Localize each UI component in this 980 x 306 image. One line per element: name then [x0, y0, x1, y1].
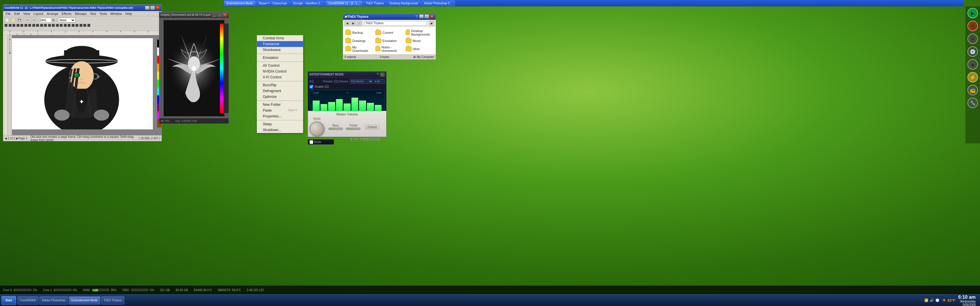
eq-bar-2k[interactable]	[352, 98, 358, 112]
drive-icon[interactable]: 💿	[967, 46, 978, 57]
media-player-icon[interactable]: ▶	[967, 8, 978, 18]
truex-forward[interactable]: ▶	[351, 21, 356, 26]
mode-select[interactable]: None	[58, 18, 76, 22]
default-button[interactable]: Default	[365, 124, 379, 129]
eq-bar-4k[interactable]	[359, 100, 366, 112]
truex-go[interactable]: ▶	[429, 21, 434, 26]
tool-freehand[interactable]: ✏	[8, 43, 11, 45]
ctx-emulation[interactable]: Emulation	[257, 55, 303, 60]
mode-toggle[interactable]: Mode	[308, 139, 334, 144]
taskbar-item-skype[interactable]: Skype™ - ChaosJuan	[256, 1, 290, 6]
taskbar-item-photoshop[interactable]: Adobe Photoshop C...	[421, 1, 455, 6]
folder-my-downloads[interactable]: My Downloads	[344, 44, 374, 53]
ctx-properties[interactable]: Properties...	[257, 113, 303, 119]
ent-presets-select[interactable]: EQ Device	[350, 79, 373, 84]
ctx-shockwave[interactable]: Shockwave	[257, 47, 303, 53]
folder-backup[interactable]: Backup	[344, 28, 374, 37]
ctx-optimize[interactable]: Optimize	[257, 94, 303, 100]
tb-undo[interactable]: ↩	[25, 17, 30, 23]
ent-help[interactable]: ?	[376, 73, 379, 77]
zoom-input[interactable]	[40, 18, 51, 22]
ctx-new-folder[interactable]: New Folder	[257, 102, 303, 108]
ctx-sleep[interactable]: Sleep	[257, 121, 303, 127]
tool-select[interactable]: ⬚	[8, 36, 11, 38]
menu-edit[interactable]: Edit	[13, 12, 21, 16]
menu-text[interactable]: Text	[89, 12, 97, 16]
ent-value-input[interactable]	[374, 79, 385, 84]
tb-redo[interactable]: ↪	[31, 17, 37, 23]
ent-close[interactable]: ×	[380, 73, 385, 77]
tb-new[interactable]: 📄	[5, 17, 10, 23]
taskbar-item-entertainment[interactable]: Entertainment Mode	[224, 1, 256, 6]
truex-help[interactable]: ?	[414, 14, 418, 19]
truex-maximize[interactable]: □	[425, 14, 429, 18]
tool-zoom[interactable]: 🔍	[8, 41, 11, 43]
truex-minimize[interactable]: _	[419, 14, 424, 18]
tool-fill[interactable]: 🪣	[8, 52, 11, 54]
tb-save[interactable]: 💾	[17, 17, 22, 23]
ps-close[interactable]: ×	[223, 13, 227, 17]
ent-enable-checkbox[interactable]	[309, 85, 313, 89]
eq-bars[interactable]	[311, 95, 383, 112]
menu-tools[interactable]: Tools	[98, 12, 108, 16]
tool-ellipse[interactable]: ⬭	[8, 48, 11, 49]
settings-icon[interactable]: ⚙	[967, 33, 978, 44]
menu-bitmaps[interactable]: Bitmaps	[73, 12, 88, 16]
ctx-av-control[interactable]: AV Control	[257, 63, 303, 68]
taskbar-item-desktop-bg[interactable]: Desktop Backgrounds	[387, 1, 421, 6]
menu-view[interactable]: View	[22, 12, 32, 16]
network-icon[interactable]: ◈	[967, 59, 978, 70]
taskbar-photoshop[interactable]: Adobe Photoshop	[40, 296, 68, 304]
taskbar-item-coreldraw[interactable]: CorelDRAW 11 - [2 - L...	[326, 1, 363, 6]
treble-slider[interactable]	[346, 128, 361, 130]
menu-layout[interactable]: Layout	[32, 12, 45, 16]
truex-close[interactable]: ×	[430, 14, 434, 18]
ctx-defragment[interactable]: Defragment	[257, 88, 303, 94]
menu-window[interactable]: Window	[109, 12, 123, 16]
ctx-combat-arms[interactable]: Combat Arms	[257, 35, 303, 41]
tools-icon[interactable]: 🔧	[967, 98, 978, 108]
disc-burner-icon[interactable]: ⊙	[967, 21, 978, 31]
ctx-xfi-control[interactable]: X-Fi Control	[257, 75, 303, 80]
tool-rect[interactable]: ▭	[8, 45, 11, 47]
maximize-button[interactable]: □	[150, 6, 155, 10]
folder-other[interactable]: other	[405, 44, 434, 53]
photoshop-canvas[interactable]	[159, 18, 229, 118]
tb-open[interactable]: 📁	[11, 17, 16, 23]
taskbar-item-google[interactable]: iGoogle - NamBion Z...	[290, 1, 325, 6]
folder-emulation[interactable]: Emulation	[374, 38, 404, 44]
bass-slider[interactable]	[328, 128, 343, 130]
taskbar-entertainment[interactable]: Entertainment Mode	[69, 296, 100, 304]
taskbar-file-manager[interactable]: ThEX Thytera	[101, 296, 124, 304]
ctx-shutdown[interactable]: Shutdown...	[257, 127, 303, 133]
tool-node[interactable]: ◈	[8, 38, 11, 40]
ctx-freelancer[interactable]: Freelancer	[257, 41, 303, 47]
folder-notes-homework[interactable]: Notes - Homework	[374, 44, 404, 53]
eq-bar-500hz[interactable]	[336, 99, 343, 112]
folder-desktop-backgrounds[interactable]: Desktop Backgrounds	[405, 28, 434, 37]
coreldraw-canvas[interactable]: ✦ ⬚ ◈ 🔍 ✏ ▭ ⬭	[8, 35, 162, 135]
volume-knob[interactable]	[309, 122, 324, 136]
power-icon[interactable]: ⚡	[967, 72, 978, 82]
taskbar-item-thytera[interactable]: ThEX Thytera	[363, 1, 387, 6]
close-button[interactable]: ×	[156, 6, 160, 10]
menu-help[interactable]: Help	[124, 12, 134, 16]
ps-minimize[interactable]: _	[212, 13, 217, 17]
folder-drawings[interactable]: Drawings	[344, 38, 374, 44]
ctx-paste[interactable]: Paste Ctrl+Y	[257, 108, 303, 113]
taskbar-coreldraw[interactable]: CorelDRAW	[18, 296, 38, 304]
tool-text[interactable]: T	[8, 50, 11, 52]
menu-file[interactable]: File	[4, 12, 12, 16]
mode-checkbox[interactable]	[309, 140, 313, 144]
ctx-nvidia-control[interactable]: NVIDIA Control	[257, 68, 303, 75]
folder-music[interactable]: Music	[405, 38, 434, 44]
truex-up[interactable]: ↑	[357, 21, 362, 26]
menu-arrange[interactable]: Arrange	[45, 12, 59, 16]
minimize-button[interactable]: _	[145, 6, 150, 10]
folder-current[interactable]: Current	[374, 28, 404, 37]
radio-icon[interactable]: 📻	[967, 85, 978, 95]
truex-back[interactable]: ◀	[344, 21, 350, 26]
start-button[interactable]: Start	[2, 296, 16, 305]
truex-address-bar[interactable]: ThEX Thytera	[364, 21, 427, 25]
ctx-burn-rip[interactable]: Burn/Rip	[257, 82, 303, 88]
